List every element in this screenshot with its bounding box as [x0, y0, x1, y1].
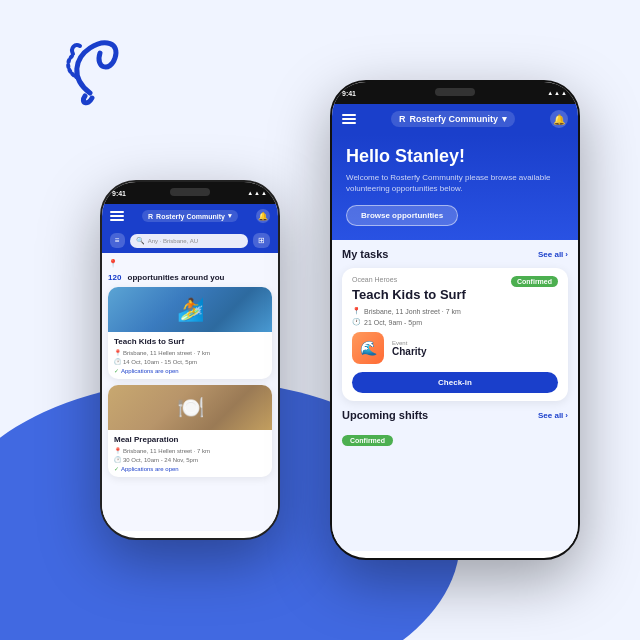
- small-opp-count: 120: [108, 273, 121, 282]
- small-card1-date: 🕐 14 Oct, 10am - 15 Oct, 5pm: [114, 358, 266, 365]
- small-card2-check-icon: ✓: [114, 465, 119, 472]
- large-phone-status-bar: 9:41 ▲▲▲: [332, 82, 578, 104]
- chevron-right-upcoming-icon: ›: [565, 411, 568, 420]
- large-status-icons: ▲▲▲: [547, 90, 568, 96]
- notch-pill: [170, 188, 210, 196]
- small-card2-image: 🍽️: [108, 385, 272, 430]
- small-phone-status-bar: 9:41 ▲▲▲: [102, 182, 278, 204]
- small-card1-image: 🏄: [108, 287, 272, 332]
- small-opp-text: opportunities around you: [128, 273, 225, 282]
- small-card2-location-icon: 📍: [114, 447, 121, 454]
- large-rosterfy-icon: R: [399, 114, 406, 124]
- large-task-date: 🕐 21 Oct, 9am - 5pm: [352, 318, 558, 326]
- small-opp-card-1[interactable]: 🏄 Teach Kids to Surf 📍 Brisbane, 11 Hell…: [108, 287, 272, 379]
- large-upcoming-see-all[interactable]: See all ›: [538, 411, 568, 420]
- small-card2-date: 🕐 30 Oct, 10am - 24 Nov, 5pm: [114, 456, 266, 463]
- large-task-title: Teach Kids to Surf: [352, 287, 558, 302]
- small-map-button[interactable]: ⊞: [253, 233, 270, 248]
- large-upcoming-section: Upcoming shifts See all › Confirmed: [342, 409, 568, 447]
- small-card1-title: Teach Kids to Surf: [114, 337, 266, 346]
- small-card2-location: 📍 Brisbane, 11 Hellen street · 7 km: [114, 447, 266, 454]
- large-task-location: 📍 Brisbane, 11 Jonh street · 7 km: [352, 307, 558, 315]
- large-status-time: 9:41: [342, 90, 356, 97]
- small-card2-info: Meal Preparation 📍 Brisbane, 11 Hellen s…: [108, 430, 272, 477]
- small-card1-info: Teach Kids to Surf 📍 Brisbane, 11 Hellen…: [108, 332, 272, 379]
- large-upcoming-title: Upcoming shifts: [342, 409, 428, 421]
- large-dropdown-icon: ▾: [502, 114, 507, 124]
- large-task-location-icon: 📍: [352, 307, 361, 315]
- small-opp-card-2[interactable]: 🍽️ Meal Preparation 📍 Brisbane, 11 Helle…: [108, 385, 272, 477]
- large-upcoming-header: Upcoming shifts See all ›: [342, 409, 568, 421]
- small-status-time: 9:41: [112, 190, 126, 197]
- small-app-header: R Rosterfy Community ▾ 🔔: [102, 204, 278, 228]
- small-hamburger-icon[interactable]: [110, 211, 124, 221]
- small-search-input[interactable]: 🔍 Any · Brisbane, AU: [130, 234, 248, 248]
- rosterfy-icon: R: [148, 213, 153, 220]
- large-confirmed-badge: Confirmed: [511, 276, 558, 287]
- large-event-row: 🌊 Event Charity: [352, 332, 558, 364]
- large-hero-section: Hello Stanley! Welcome to Rosterfy Commu…: [332, 134, 578, 240]
- small-card1-date-icon: 🕐: [114, 358, 121, 365]
- large-task-calendar-icon: 🕐: [352, 318, 361, 326]
- small-card2-img-emoji: 🍽️: [177, 395, 204, 421]
- large-event-name: Charity: [392, 346, 558, 357]
- large-hamburger-icon[interactable]: [342, 114, 356, 124]
- chevron-right-icon: ›: [565, 250, 568, 259]
- large-my-tasks-see-all[interactable]: See all ›: [538, 250, 568, 259]
- large-checkin-button[interactable]: Check-in: [352, 372, 558, 393]
- large-phone-body: My tasks See all › Confirmed Ocean Heroe…: [332, 240, 578, 551]
- large-hero-greeting: Hello Stanley!: [346, 146, 564, 167]
- large-bell-icon[interactable]: 🔔: [550, 110, 568, 128]
- large-notch-pill: [435, 88, 475, 96]
- small-opportunities-title: 120 opportunities around you: [108, 273, 272, 282]
- small-dropdown-icon: ▾: [228, 212, 232, 220]
- large-my-tasks-title: My tasks: [342, 248, 388, 260]
- large-upcoming-confirmed-badge: Confirmed: [342, 435, 393, 446]
- small-filter-button[interactable]: ≡: [110, 233, 125, 248]
- squiggle-decoration: [60, 18, 150, 112]
- small-card1-check-icon: ✓: [114, 367, 119, 374]
- large-my-tasks-header: My tasks See all ›: [342, 248, 568, 260]
- small-search-placeholder: Any · Brisbane, AU: [148, 238, 198, 244]
- phone-large: 9:41 ▲▲▲ R Rosterfy Community ▾ 🔔 Hello …: [330, 80, 580, 560]
- small-card1-status: ✓ Applications are open: [114, 367, 266, 374]
- small-card2-title: Meal Preparation: [114, 435, 266, 444]
- small-card1-location-icon: 📍: [114, 349, 121, 356]
- large-event-thumb-emoji: 🌊: [360, 340, 377, 356]
- large-hero-subtitle: Welcome to Rosterfy Community please bro…: [346, 172, 564, 194]
- small-card2-date-icon: 🕐: [114, 456, 121, 463]
- small-phone-body: 📍 120 opportunities around you 🏄 Teach K…: [102, 253, 278, 531]
- small-community-badge[interactable]: R Rosterfy Community ▾: [142, 210, 238, 222]
- large-app-header: R Rosterfy Community ▾ 🔔: [332, 104, 578, 134]
- large-event-thumbnail: 🌊: [352, 332, 384, 364]
- large-task-card[interactable]: Confirmed Ocean Heroes Teach Kids to Sur…: [342, 268, 568, 401]
- large-event-info: Event Charity: [392, 340, 558, 357]
- phone-small: 9:41 ▲▲▲ R Rosterfy Community ▾ 🔔 ≡ 🔍 An…: [100, 180, 280, 540]
- small-search-bar: ≡ 🔍 Any · Brisbane, AU ⊞: [102, 228, 278, 253]
- small-search-icon: 🔍: [136, 237, 145, 245]
- small-community-label: Rosterfy Community: [156, 213, 225, 220]
- small-pin-icon: 📍: [108, 259, 272, 268]
- large-community-label: Rosterfy Community: [409, 114, 498, 124]
- small-card2-status: ✓ Applications are open: [114, 465, 266, 472]
- small-card1-location: 📍 Brisbane, 11 Hellen street · 7 km: [114, 349, 266, 356]
- large-community-badge[interactable]: R Rosterfy Community ▾: [391, 111, 515, 127]
- small-bell-icon[interactable]: 🔔: [256, 209, 270, 223]
- small-card1-img-emoji: 🏄: [177, 297, 204, 323]
- large-browse-button[interactable]: Browse opportunities: [346, 205, 458, 226]
- small-status-icons: ▲▲▲: [247, 190, 268, 196]
